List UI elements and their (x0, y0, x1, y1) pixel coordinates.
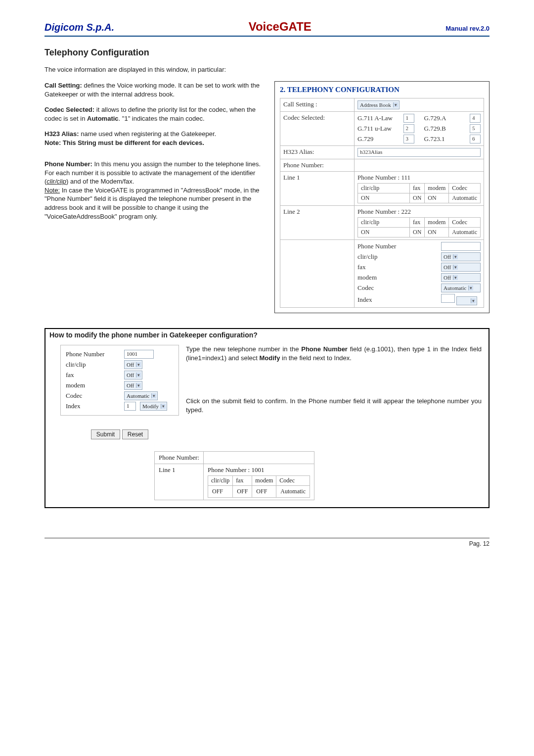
form-clirclip-label: clir/clip (357, 253, 436, 261)
chevron-down-icon: ▾ (136, 383, 141, 388)
call-setting-term: Call Setting: (44, 82, 82, 89)
chevron-down-icon: ▾ (161, 404, 166, 409)
form-index-action-select[interactable]: ▾ (456, 296, 477, 305)
form-modem-select[interactable]: Off▾ (441, 273, 481, 282)
chevron-down-icon: ▾ (393, 102, 398, 107)
form-codec-select[interactable]: Automatic▾ (441, 284, 481, 292)
automatic-term: Automatic (87, 115, 119, 122)
howto-result-codec-value: Automatic (276, 486, 310, 498)
chevron-down-icon: ▾ (453, 254, 458, 259)
codec-g729b-label: G.729.B (424, 125, 467, 133)
codec-g729b-input[interactable]: 5 (470, 124, 481, 133)
codec-g729-input[interactable]: 3 (403, 135, 414, 143)
howto-result-table: Phone Number: Line 1 Phone Number : 1001… (154, 451, 314, 500)
howto-result-modem-value: OFF (252, 486, 276, 498)
phone-number-note: In case the VoiceGATE is programmed in "… (44, 187, 260, 220)
line2-codec-value: Automatic (449, 228, 481, 237)
line1-phone-number: Phone Number : 111 (357, 174, 481, 182)
form-modem-value: Off (444, 275, 451, 281)
page-footer: Pag. 12 (44, 538, 490, 547)
line2-fax-value: ON (410, 228, 425, 237)
howto-codec-select[interactable]: Automatic▾ (124, 391, 158, 400)
howto-fax-select[interactable]: Off▾ (124, 371, 142, 379)
line1-fax-header: fax (410, 184, 425, 193)
chevron-down-icon: ▾ (453, 265, 458, 270)
line2-fax-header: fax (410, 218, 425, 228)
chevron-down-icon: ▾ (468, 285, 473, 290)
codec-g711a-label: G.711 A-Law (357, 114, 400, 122)
codec-g711u-input[interactable]: 2 (403, 124, 414, 133)
line1-modem-value: ON (425, 193, 449, 203)
config-panel-title: 2. TELEPHONY CONFIGURATION (280, 86, 484, 94)
form-index-input[interactable] (441, 294, 455, 303)
howto-box: How to modify the phone number in Gateke… (44, 328, 490, 508)
line2-label: Line 2 (280, 206, 355, 240)
chevron-down-icon: ▾ (453, 275, 458, 280)
reset-button[interactable]: Reset (122, 429, 148, 439)
howto-result-line1-label: Line 1 (155, 464, 204, 500)
howto-index-input[interactable]: 1 (124, 402, 136, 411)
howto-result-clirclip-header: clir/clip (208, 476, 232, 486)
line1-clirclip-value: ON (358, 193, 410, 203)
howto-index-action-select[interactable]: Modify▾ (140, 402, 167, 411)
line1-modem-header: modem (425, 184, 449, 193)
h323-note: Note: This String must be different for … (44, 139, 204, 146)
howto-text-1: Type the new telephone number in the Pho… (186, 345, 482, 362)
howto-result-clirclip-value: OFF (208, 486, 232, 498)
codec-g729-label: G.729 (357, 135, 400, 143)
codec-g729a-label: G.729.A (424, 114, 467, 122)
codec-selected-term: Codec Selected: (44, 106, 94, 113)
h323-alias-input[interactable]: h323Alias (357, 148, 481, 157)
howto-pn-input[interactable]: 1001 (124, 350, 154, 359)
phone-number-desc-2: ) and of the Modem/fax. (66, 178, 134, 185)
call-setting-label: Call Setting : (280, 98, 355, 112)
intro-text: The voice information are displayed in t… (44, 66, 490, 73)
howto-clirclip-label: clir/clip (66, 361, 120, 369)
line1-status-table: clir/clipfaxmodemCodec ONONONAutomatic (357, 183, 481, 203)
howto-clirclip-select[interactable]: Off▾ (124, 360, 142, 369)
howto-result-modem-header: modem (252, 476, 276, 486)
form-index-label: Index (357, 296, 436, 304)
product-title: VoiceGATE (249, 20, 312, 34)
h323-alias-desc: name used when registering at the Gateke… (79, 130, 217, 138)
howto-codec-value: Automatic (127, 393, 149, 399)
howto-clirclip-value: Off (127, 362, 134, 368)
howto-codec-label: Codec (66, 392, 120, 400)
line1-codec-value: Automatic (449, 193, 481, 203)
section-title: Telephony Configuration (44, 47, 490, 58)
line2-modem-header: modem (425, 218, 449, 228)
form-fax-select[interactable]: Off▾ (441, 263, 481, 272)
codec-g729a-input[interactable]: 4 (470, 114, 481, 123)
howto-title: How to modify the phone number in Gateke… (45, 329, 489, 341)
howto-modem-select[interactable]: Off▾ (124, 381, 142, 390)
line1-clirclip-header: clir/clip (358, 184, 410, 193)
call-setting-select[interactable]: Address Book▾ (357, 100, 400, 109)
call-setting-value: Address Book (360, 102, 391, 108)
h323-alias-label: H323 Alias: (280, 146, 355, 159)
howto-index-action-value: Modify (142, 403, 159, 409)
codec-g711u-label: G.711 u-Law (357, 125, 400, 133)
chevron-down-icon: ▾ (471, 298, 476, 303)
descriptions-column: Call Setting: defines the Voice working … (44, 81, 268, 228)
h323-alias-term: H323 Alias: (44, 130, 79, 138)
howto-fax-value: Off (127, 372, 134, 378)
telephony-config-panel: 2. TELEPHONY CONFIGURATION Call Setting … (274, 81, 490, 313)
clir-clip-term: clir/clip (46, 178, 66, 185)
form-phone-number-input[interactable] (441, 242, 481, 251)
howto-fax-label: fax (66, 371, 120, 379)
chevron-down-icon: ▾ (136, 362, 141, 367)
form-fax-label: fax (357, 263, 436, 271)
codec-g711a-input[interactable]: 1 (403, 114, 414, 123)
line1-codec-header: Codec (449, 184, 481, 193)
codec-g7231-input[interactable]: 6 (470, 135, 481, 143)
chevron-down-icon: ▾ (136, 373, 141, 378)
phone-number-term: Phone Number: (44, 160, 92, 168)
line2-status-table: clir/clipfaxmodemCodec ONONONAutomatic (357, 217, 481, 237)
howto-result-codec-header: Codec (276, 476, 310, 486)
submit-button[interactable]: Submit (91, 429, 120, 439)
howto-result-pn-value: Phone Number : 1001 (208, 466, 310, 474)
line2-modem-value: ON (425, 228, 449, 237)
howto-modem-label: modem (66, 381, 120, 389)
form-clirclip-select[interactable]: Off▾ (441, 252, 481, 261)
manual-revision: Manual rev.2.0 (445, 25, 490, 32)
